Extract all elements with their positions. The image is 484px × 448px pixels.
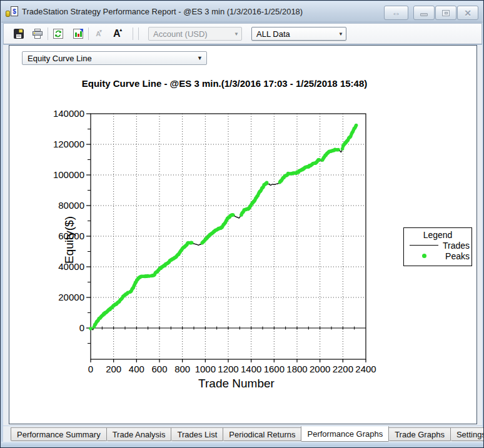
legend-label-peaks: Peaks — [440, 251, 470, 261]
report-content-area: Equity Curve Line ▼ Equity Curve Line - … — [3, 45, 482, 426]
svg-text:2200: 2200 — [333, 364, 353, 374]
svg-text:0: 0 — [88, 364, 93, 374]
increase-font-button[interactable]: A ▴ — [110, 26, 125, 41]
title-bar: $ TradeStation Strategy Performance Repo… — [1, 1, 483, 22]
save-button[interactable] — [11, 26, 26, 41]
svg-text:1600: 1600 — [264, 364, 285, 374]
svg-text:1800: 1800 — [286, 364, 307, 374]
refresh-button[interactable] — [51, 26, 66, 41]
minimize-icon — [420, 13, 428, 16]
decrease-font-button: A ▾ — [91, 26, 106, 41]
svg-text:1200: 1200 — [218, 364, 238, 374]
tab-trade-analysis[interactable]: Trade Analysis — [107, 427, 172, 441]
data-range-selector-value: ALL Data — [256, 29, 290, 39]
maximize-icon — [442, 10, 450, 16]
tab-performance-summary[interactable]: Performance Summary — [11, 427, 107, 441]
tab-periodical-returns[interactable]: Periodical Returns — [223, 427, 301, 441]
float-window-button[interactable]: ⇔ — [384, 6, 408, 20]
save-icon — [14, 29, 24, 39]
report-format-button[interactable] — [71, 26, 86, 41]
data-range-selector[interactable]: ALL Data ▼ — [251, 27, 346, 41]
tab-performance-graphs[interactable]: Performance Graphs — [301, 426, 389, 442]
legend-row-peaks: Peaks — [404, 251, 471, 261]
svg-text:120000: 120000 — [53, 139, 84, 149]
svg-text:1400: 1400 — [241, 364, 261, 374]
toolbar-separator — [138, 27, 139, 40]
report-format-icon — [73, 29, 83, 39]
peaks-dot-swatch — [422, 254, 426, 258]
tab-trades-list[interactable]: Trades List — [171, 427, 223, 441]
chevron-down-icon: ▼ — [335, 31, 343, 37]
svg-text:800: 800 — [174, 364, 190, 374]
tab-bar: Performance SummaryTrade AnalysisTrades … — [3, 426, 482, 443]
window-bottom-frame — [1, 442, 484, 447]
toolbar-separator — [88, 27, 89, 40]
tab-settings[interactable]: Settings — [451, 427, 484, 441]
svg-text:100000: 100000 — [53, 169, 84, 180]
svg-text:400: 400 — [129, 364, 144, 374]
svg-text:200: 200 — [106, 364, 121, 374]
svg-text:80000: 80000 — [58, 200, 84, 211]
svg-text:60000: 60000 — [58, 231, 84, 241]
tab-trade-graphs[interactable]: Trade Graphs — [389, 427, 451, 441]
tradestation-performance-report-window: $ TradeStation Strategy Performance Repo… — [0, 0, 484, 448]
performance-graph-panel: Equity Curve Line ▼ Equity Curve Line - … — [9, 45, 477, 424]
chart-legend: Legend Trades Peaks — [403, 227, 472, 266]
account-selector-value: Account (USD) — [153, 29, 208, 39]
account-selector[interactable]: Account (USD) ▼ — [148, 27, 242, 41]
print-icon — [33, 29, 43, 39]
svg-text:600: 600 — [151, 364, 167, 374]
svg-text:1000: 1000 — [195, 364, 216, 374]
legend-label-trades: Trades — [440, 241, 470, 251]
chevron-down-icon: ▼ — [230, 31, 239, 37]
legend-row-trades: Trades — [404, 240, 471, 251]
svg-text:2000: 2000 — [310, 364, 330, 374]
svg-text:140000: 140000 — [53, 108, 84, 119]
svg-text:0: 0 — [79, 322, 84, 333]
toolbar: A ▾ A ▴ Account (USD) ▼ ALL Data ▼ — [3, 23, 482, 44]
svg-text:20000: 20000 — [58, 292, 84, 302]
toolbar-separator — [133, 27, 133, 40]
coins-glyph — [6, 11, 10, 17]
print-button[interactable] — [30, 26, 45, 41]
dollar-page-glyph: $ — [11, 6, 18, 16]
svg-text:40000: 40000 — [58, 261, 84, 272]
svg-text:2400: 2400 — [355, 364, 376, 374]
close-button[interactable]: ✕ — [457, 6, 478, 20]
refresh-icon — [53, 29, 63, 39]
maximize-button[interactable] — [435, 6, 456, 20]
tradestation-report-icon: $ — [6, 6, 18, 17]
trades-line-swatch — [410, 245, 438, 246]
window-title: TradeStation Strategy Performance Report… — [22, 7, 303, 16]
toolbar-separator — [48, 27, 48, 40]
minimize-button[interactable] — [413, 6, 435, 20]
legend-title: Legend — [404, 230, 471, 240]
